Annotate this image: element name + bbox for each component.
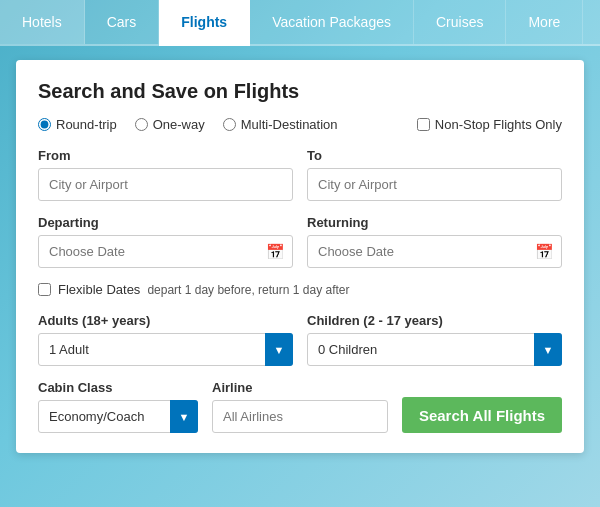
oneway-radio[interactable] bbox=[135, 118, 148, 131]
from-label: From bbox=[38, 148, 293, 163]
flexible-label[interactable]: Flexible Dates bbox=[58, 282, 140, 297]
passengers-row: Adults (18+ years) 1 Adult 2 Adults 3 Ad… bbox=[38, 313, 562, 366]
roundtrip-option[interactable]: Round-trip bbox=[38, 117, 117, 132]
from-input[interactable] bbox=[38, 168, 293, 201]
oneway-label: One-way bbox=[153, 117, 205, 132]
adults-select-wrapper: 1 Adult 2 Adults 3 Adults 4 Adults ▼ bbox=[38, 333, 293, 366]
nonstop-checkbox[interactable] bbox=[417, 118, 430, 131]
departing-label: Departing bbox=[38, 215, 293, 230]
flexible-note: depart 1 day before, return 1 day after bbox=[147, 283, 349, 297]
multidest-radio[interactable] bbox=[223, 118, 236, 131]
adults-label: Adults (18+ years) bbox=[38, 313, 293, 328]
nav-tabs: Hotels Cars Flights Vacation Packages Cr… bbox=[0, 0, 600, 46]
returning-wrapper: 📅 bbox=[307, 235, 562, 268]
cabin-label: Cabin Class bbox=[38, 380, 198, 395]
roundtrip-label: Round-trip bbox=[56, 117, 117, 132]
tab-cars[interactable]: Cars bbox=[85, 0, 160, 44]
tab-vacation-packages[interactable]: Vacation Packages bbox=[250, 0, 414, 44]
departing-group: Departing 📅 bbox=[38, 215, 293, 268]
to-group: To bbox=[307, 148, 562, 201]
trip-type-row: Round-trip One-way Multi-Destination Non… bbox=[38, 117, 562, 132]
flexible-checkbox[interactable] bbox=[38, 283, 51, 296]
airline-label: Airline bbox=[212, 380, 388, 395]
multidest-label: Multi-Destination bbox=[241, 117, 338, 132]
children-label: Children (2 - 17 years) bbox=[307, 313, 562, 328]
tab-cruises[interactable]: Cruises bbox=[414, 0, 506, 44]
nonstop-option[interactable]: Non-Stop Flights Only bbox=[417, 117, 562, 132]
from-group: From bbox=[38, 148, 293, 201]
to-label: To bbox=[307, 148, 562, 163]
roundtrip-radio[interactable] bbox=[38, 118, 51, 131]
airline-group: Airline bbox=[212, 380, 388, 433]
tab-hotels[interactable]: Hotels bbox=[0, 0, 85, 44]
oneway-option[interactable]: One-way bbox=[135, 117, 205, 132]
adults-select[interactable]: 1 Adult 2 Adults 3 Adults 4 Adults bbox=[38, 333, 293, 366]
tab-flights[interactable]: Flights bbox=[159, 0, 250, 46]
children-select[interactable]: 0 Children 1 Child 2 Children 3 Children bbox=[307, 333, 562, 366]
returning-label: Returning bbox=[307, 215, 562, 230]
card-title: Search and Save on Flights bbox=[38, 80, 562, 103]
departing-wrapper: 📅 bbox=[38, 235, 293, 268]
children-select-wrapper: 0 Children 1 Child 2 Children 3 Children… bbox=[307, 333, 562, 366]
adults-group: Adults (18+ years) 1 Adult 2 Adults 3 Ad… bbox=[38, 313, 293, 366]
returning-input[interactable] bbox=[307, 235, 562, 268]
from-to-row: From To bbox=[38, 148, 562, 201]
search-card: Search and Save on Flights Round-trip On… bbox=[16, 60, 584, 453]
departing-input[interactable] bbox=[38, 235, 293, 268]
nonstop-label: Non-Stop Flights Only bbox=[435, 117, 562, 132]
flexible-row: Flexible Dates depart 1 day before, retu… bbox=[38, 282, 562, 297]
tab-more[interactable]: More bbox=[506, 0, 583, 44]
cabin-select[interactable]: Economy/Coach Business Class First Class bbox=[38, 400, 198, 433]
dates-row: Departing 📅 Returning 📅 bbox=[38, 215, 562, 268]
bottom-row: Cabin Class Economy/Coach Business Class… bbox=[38, 380, 562, 433]
returning-group: Returning 📅 bbox=[307, 215, 562, 268]
cabin-select-wrapper: Economy/Coach Business Class First Class… bbox=[38, 400, 198, 433]
multidest-option[interactable]: Multi-Destination bbox=[223, 117, 338, 132]
search-flights-button[interactable]: Search All Flights bbox=[402, 397, 562, 433]
to-input[interactable] bbox=[307, 168, 562, 201]
airline-input[interactable] bbox=[212, 400, 388, 433]
cabin-group: Cabin Class Economy/Coach Business Class… bbox=[38, 380, 198, 433]
children-group: Children (2 - 17 years) 0 Children 1 Chi… bbox=[307, 313, 562, 366]
